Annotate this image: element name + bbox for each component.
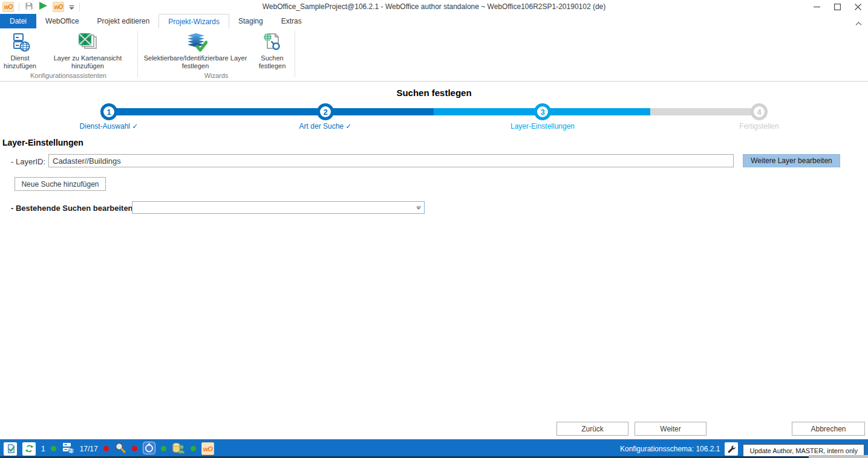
divider (19, 3, 19, 11)
qat-dropdown-icon[interactable] (69, 2, 74, 13)
step-label-dienst-auswahl: Dienst-Auswahl ✓ (36, 122, 181, 131)
ribbon-group-label: Konfigurationsassistenten (0, 71, 137, 81)
layer-count: 17/17 (80, 445, 98, 453)
layerid-input[interactable] (48, 154, 734, 167)
app-window: wO wO WebOffice_SampleProject@106.2.1 - … (0, 0, 868, 458)
taskbar-corner (809, 455, 868, 458)
ribbon-collapse-icon[interactable] (855, 18, 862, 28)
edit-more-layers-button[interactable]: Weitere Layer bearbeiten (743, 154, 840, 167)
status-server-icon[interactable] (62, 442, 74, 456)
step-circle-3: 3 (534, 103, 551, 120)
status-dot-green (161, 446, 166, 451)
ribbon: Dienst hinzufügen Layer zu Kartenansicht… (0, 28, 868, 82)
status-database-user-icon[interactable] (172, 442, 185, 456)
ribbon-group-label: Wizards (139, 71, 294, 81)
ribbon-button-label: Layer zu Kartenansicht hinzufügen (42, 54, 133, 70)
ribbon-group-separator (295, 31, 295, 77)
status-dot-red (103, 446, 109, 451)
add-search-button[interactable]: Neue Suche hinzufügen (15, 177, 106, 191)
back-button[interactable]: Zurück (556, 422, 628, 436)
existing-search-select[interactable] (132, 201, 425, 214)
step-circle-1: 1 (100, 103, 117, 120)
ribbon-group-separator (137, 31, 138, 77)
step-label-art-der-suche: Art der Suche ✓ (253, 122, 398, 131)
quick-access-toolbar: wO wO (2, 1, 80, 13)
wrench-icon[interactable] (725, 442, 738, 456)
tab-weboffice[interactable]: WebOffice (36, 14, 88, 28)
layerid-label: - LayerID: (11, 157, 45, 166)
ribbon-tab-bar: Datei WebOffice Projekt editieren Projek… (0, 14, 868, 28)
tab-datei[interactable]: Datei (0, 14, 36, 28)
run-icon[interactable] (39, 1, 48, 13)
step-circle-2: 2 (317, 103, 334, 120)
status-search-icon[interactable] (114, 442, 126, 456)
status-dot-green (51, 446, 56, 451)
sync-count: 1 (41, 445, 45, 453)
layers-check-icon (183, 31, 207, 53)
status-dot-green (191, 446, 196, 451)
map-layers-icon (77, 31, 99, 53)
wizard-page: Suchen festlegen 1 2 3 4 Dienst-Auswahl … (0, 82, 868, 439)
app-logo-icon[interactable]: wO (2, 2, 14, 12)
tab-projekt-wizards[interactable]: Projekt-Wizards (158, 14, 229, 28)
status-sync-icon[interactable] (22, 442, 36, 456)
tab-staging[interactable]: Staging (229, 14, 272, 28)
status-dot-red (132, 446, 137, 451)
wizard-title: Suchen festlegen (0, 88, 868, 98)
schema-label: Konfigurationsschema: 106.2.1 (620, 445, 720, 453)
step-circle-4: 4 (751, 103, 768, 120)
status-doc-check-icon[interactable] (4, 442, 17, 456)
maximize-button[interactable] (827, 0, 847, 14)
step-label-fertigstellen: Fertigstellen (687, 122, 832, 131)
suchen-festlegen-button[interactable]: Suchen festlegen (252, 30, 292, 70)
titlebar: wO wO WebOffice_SampleProject@106.2.1 - … (0, 0, 868, 14)
ribbon-button-label: Selektierbare/Identifizierbare Layer fes… (141, 54, 250, 70)
cancel-button[interactable]: Abbrechen (792, 422, 865, 436)
save-icon[interactable] (24, 1, 34, 13)
window-controls (806, 0, 868, 14)
status-globe-icon[interactable] (143, 442, 155, 456)
ribbon-group-wizards: Selektierbare/Identifizierbare Layer fes… (139, 28, 294, 81)
window-title: WebOffice_SampleProject@106.2.1 - WebOff… (121, 0, 747, 14)
progress-segment-pending (650, 108, 759, 115)
existing-search-label: - Bestehende Suchen bearbeiten: (11, 204, 135, 213)
chevron-down-icon[interactable] (413, 206, 424, 210)
weboffice-qat-icon[interactable]: wO (53, 2, 64, 12)
ribbon-button-label: Dienst hinzufügen (2, 54, 38, 70)
minimize-button[interactable] (806, 0, 827, 14)
doc-search-icon (262, 31, 282, 53)
divider (79, 3, 80, 11)
server-globe-icon (10, 31, 30, 53)
status-weboffice-icon[interactable]: wO (201, 442, 214, 455)
step-label-layer-einstellungen: Layer-Einstellungen (470, 122, 615, 131)
layer-zu-kartenansicht-button[interactable]: Layer zu Kartenansicht hinzufügen (40, 30, 135, 70)
dienst-hinzufuegen-button[interactable]: Dienst hinzufügen (0, 30, 40, 70)
selektierbare-layer-button[interactable]: Selektierbare/Identifizierbare Layer fes… (139, 30, 252, 70)
progress-segment-done (109, 108, 434, 115)
ribbon-group-konfigurationsassistenten: Dienst hinzufügen Layer zu Kartenansicht… (0, 28, 137, 81)
tab-projekt-editieren[interactable]: Projekt editieren (88, 14, 159, 28)
next-button[interactable]: Weiter (635, 422, 706, 436)
section-heading: Layer-Einstellungen (2, 138, 83, 147)
tab-extras[interactable]: Extras (272, 14, 311, 28)
ribbon-button-label: Suchen festlegen (255, 54, 290, 70)
statusbar: 1 17/17 (0, 439, 868, 458)
close-button[interactable] (847, 0, 868, 14)
